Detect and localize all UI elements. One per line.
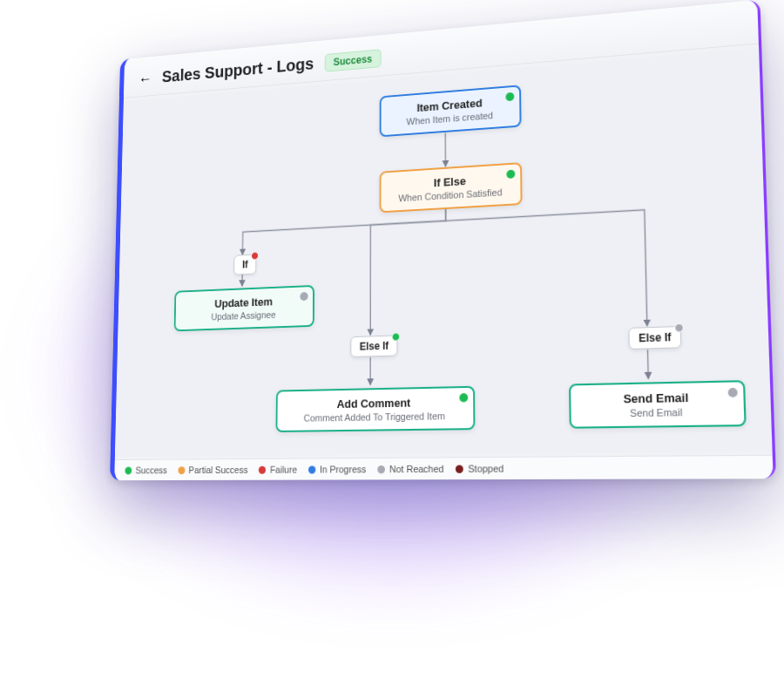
legend-label: Success [135,465,166,475]
node-add-comment[interactable]: Add Comment Comment Added To Triggered I… [275,386,475,432]
branch-label: Else If [360,340,389,353]
legend-swatch [125,466,132,474]
legend-swatch [259,465,266,473]
legend-item: Partial Success [178,465,248,475]
branch-elseif-1[interactable]: Else If [350,335,397,357]
status-dot [392,332,401,341]
node-subtitle: Send Email [582,406,733,419]
branch-label: Else If [639,331,672,345]
app-panel: ← Sales Support - Logs Success [110,0,776,480]
status-dot [674,323,684,333]
status-badge: Success [325,49,382,71]
legend-item: In Progress [308,464,366,474]
node-title: Add Comment [287,395,463,411]
node-title: Send Email [582,390,733,406]
status-dot [251,251,259,260]
legend-label: Partial Success [188,465,247,475]
legend-swatch [456,465,463,472]
status-dot [728,388,738,397]
status-dot [459,393,468,402]
workflow-canvas[interactable]: Item Created When Item is created If Els… [115,48,773,458]
node-send-email[interactable]: Send Email Send Email [569,380,747,429]
legend-item: Success [125,465,167,475]
status-dot [300,292,308,301]
node-subtitle: Comment Added To Triggered Item [287,411,463,424]
node-item-created[interactable]: Item Created When Item is created [380,85,522,137]
legend-item: Not Reached [378,464,444,475]
status-dot [506,170,515,180]
legend-swatch [378,465,386,473]
status-legend: SuccessPartial SuccessFailureIn Progress… [114,455,773,480]
legend-item: Failure [259,465,297,475]
legend-label: Not Reached [389,464,444,475]
branch-label: If [242,259,248,271]
legend-label: Stopped [468,463,504,474]
legend-swatch [308,465,315,473]
legend-swatch [178,466,185,474]
legend-label: In Progress [320,464,366,474]
node-if-else[interactable]: If Else When Condition Satisfied [380,162,523,213]
legend-label: Failure [270,465,297,475]
node-title: If Else [391,172,510,192]
branch-if[interactable]: If [233,254,256,275]
node-update-item[interactable]: Update Item Update Assignee [174,285,314,331]
branch-elseif-2[interactable]: Else If [628,326,681,350]
page-title: Sales Support - Logs [162,54,314,86]
legend-item: Stopped [456,463,504,474]
status-dot [505,92,514,102]
back-button[interactable]: ← [139,71,152,87]
